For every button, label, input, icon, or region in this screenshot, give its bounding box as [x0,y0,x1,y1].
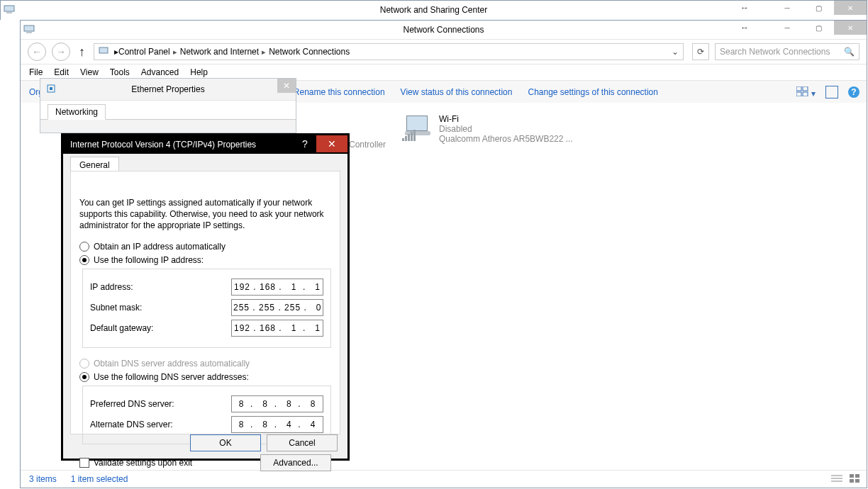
alternate-dns-input[interactable] [231,416,323,433]
up-button[interactable]: ↑ [79,45,85,60]
menu-edit[interactable]: Edit [54,67,69,77]
alternate-dns-label: Alternate DNS server: [90,420,173,429]
breadcrumb-sep-icon: ▸ [173,47,177,57]
menu-advanced[interactable]: Advanced [141,67,179,77]
breadcrumb-network-connections[interactable]: Network Connections [269,47,350,57]
menu-help[interactable]: Help [190,67,208,77]
view-large-icons-icon[interactable] [850,474,859,485]
ipv4-title: Internet Protocol Version 4 (TCP/IPv4) P… [70,140,256,150]
ethernet-controller-partial: Controller [349,140,386,150]
validate-settings-checkbox[interactable]: Validate settings upon exit [79,458,192,468]
rename-connection-button[interactable]: Rename this connection [294,87,385,97]
ethernet-properties-title: Ethernet Properties [40,79,296,100]
address-bar: ← → ↑ ▸ Control Panel ▸ Network and Inte… [21,40,867,64]
resize-arrows-icon: ↔ [729,1,760,15]
ethernet-properties-dialog: Ethernet Properties ✕ Networking [40,78,296,133]
default-gateway-label: Default gateway: [90,323,153,333]
wifi-icon [402,114,433,141]
ethernet-properties-close-button[interactable]: ✕ [277,79,296,93]
svg-rect-13 [855,474,859,478]
use-ip-radio[interactable]: Use the following IP address: [79,255,331,265]
minimize-button[interactable]: ─ [772,21,803,35]
parent-maximize-button[interactable]: ▢ [803,1,834,15]
parent-close-button[interactable]: ✕ [834,1,867,15]
wifi-device: Qualcomm Atheros AR5BWB222 ... [439,134,573,144]
view-details-icon[interactable] [831,474,842,485]
parent-minimize-button[interactable]: ─ [772,1,803,15]
change-settings-button[interactable]: Change settings of this connection [528,87,657,97]
ip-address-input[interactable] [231,279,323,296]
ipv4-properties-dialog: Internet Protocol Version 4 (TCP/IPv4) P… [61,133,350,461]
svg-rect-14 [850,479,854,483]
ip-fieldset: IP address: Subnet mask: Default gateway… [82,269,331,348]
status-selected-count: 1 item selected [71,474,128,484]
menu-view[interactable]: View [80,67,99,77]
breadcrumb-network-internet[interactable]: Network and Internet [180,47,259,57]
default-gateway-input[interactable] [231,320,323,337]
search-input[interactable]: Search Network Connections 🔍 [715,43,859,60]
wifi-name: Wi-Fi [439,114,573,124]
svg-rect-7 [796,92,801,96]
breadcrumb-sep-icon: ▸ [262,47,266,57]
ok-button[interactable]: OK [190,434,261,451]
subnet-mask-label: Subnet mask: [90,303,142,313]
preview-pane-icon[interactable] [825,86,838,99]
forward-button[interactable]: → [52,43,70,61]
location-icon [99,46,110,58]
ipv4-close-button[interactable]: ✕ [316,135,347,152]
ipv4-description: You can get IP settings assigned automat… [79,197,331,232]
subnet-mask-input[interactable] [231,299,323,316]
wifi-status: Disabled [439,124,573,134]
close-button[interactable]: ✕ [834,21,867,35]
breadcrumb-dropdown-icon[interactable]: ⌄ [672,47,679,57]
svg-rect-15 [855,479,859,483]
svg-rect-12 [850,474,854,478]
search-placeholder: Search Network Connections [720,47,830,57]
use-dns-label: Use the following DNS server addresses: [94,372,249,382]
menu-file[interactable]: File [29,67,43,77]
obtain-ip-auto-label: Obtain an IP address automatically [94,242,226,252]
obtain-dns-auto-radio: Obtain DNS server address automatically [79,359,331,369]
svg-rect-5 [796,86,801,91]
use-dns-radio[interactable]: Use the following DNS server addresses: [79,372,331,382]
validate-settings-label: Validate settings upon exit [94,458,192,468]
parent-window-titlebar: Network and Sharing Center ↔ ─ ▢ ✕ [0,0,867,20]
maximize-button[interactable]: ▢ [803,21,834,35]
svg-rect-8 [803,92,808,96]
obtain-dns-auto-label: Obtain DNS server address automatically [94,359,250,369]
networking-tab[interactable]: Networking [48,104,106,120]
advanced-button[interactable]: Advanced... [260,454,331,471]
preferred-dns-input[interactable] [231,395,323,412]
view-status-button[interactable]: View status of this connection [401,87,513,97]
breadcrumb-control-panel[interactable]: Control Panel [118,47,170,57]
ip-address-label: IP address: [90,282,133,292]
wifi-connection-item[interactable]: Wi-Fi Disabled Qualcomm Atheros AR5BWB22… [402,114,579,144]
search-icon: 🔍 [844,47,855,57]
obtain-ip-auto-radio[interactable]: Obtain an IP address automatically [79,242,331,252]
refresh-button[interactable]: ⟳ [692,43,709,60]
menu-tools[interactable]: Tools [110,67,130,77]
ipv4-help-button[interactable]: ? [296,135,313,152]
preferred-dns-label: Preferred DNS server: [90,399,174,409]
back-button[interactable]: ← [28,43,46,61]
cancel-button[interactable]: Cancel [267,434,338,451]
ipv4-titlebar[interactable]: Internet Protocol Version 4 (TCP/IPv4) P… [63,135,347,154]
status-item-count: 3 items [29,474,57,484]
view-layout-icon[interactable]: ▾ [796,86,816,99]
svg-rect-6 [803,86,808,91]
status-bar: 3 items 1 item selected [21,470,867,488]
svg-rect-4 [99,47,108,53]
help-icon[interactable]: ? [848,86,859,98]
use-ip-label: Use the following IP address: [94,255,204,265]
resize-arrows-icon: ↔ [729,21,760,35]
